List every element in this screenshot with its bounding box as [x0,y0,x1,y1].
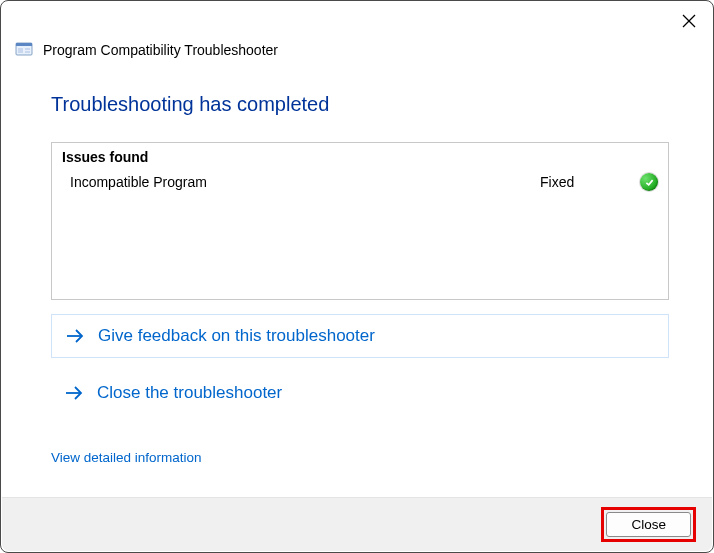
view-detailed-info-link[interactable]: View detailed information [51,450,202,465]
dialog-title: Program Compatibility Troubleshooter [43,42,278,58]
dialog-content: Troubleshooting has completed Issues fou… [1,69,713,465]
issue-row: Incompatible Program Fixed [62,171,658,193]
arrow-right-icon [64,325,86,347]
svg-rect-5 [25,48,30,50]
close-icon[interactable] [679,11,699,31]
close-button[interactable]: Close [606,512,691,537]
close-button-highlight: Close [601,507,696,542]
give-feedback-label: Give feedback on this troubleshooter [98,326,375,346]
close-troubleshooter-option[interactable]: Close the troubleshooter [51,372,669,414]
issue-status: Fixed [540,174,630,190]
completion-heading: Troubleshooting has completed [51,93,677,116]
issues-found-box: Issues found Incompatible Program Fixed [51,142,669,300]
titlebar [1,1,713,41]
troubleshooter-app-icon [15,41,33,59]
arrow-right-icon [63,382,85,404]
svg-rect-3 [16,43,32,46]
svg-rect-4 [18,48,23,53]
svg-rect-6 [25,51,30,53]
issue-status-icon [630,173,658,191]
dialog-header: Program Compatibility Troubleshooter [1,41,713,69]
dialog-footer: Close [2,497,712,551]
give-feedback-option[interactable]: Give feedback on this troubleshooter [51,314,669,358]
check-icon [640,173,658,191]
issue-name: Incompatible Program [70,174,540,190]
close-troubleshooter-label: Close the troubleshooter [97,383,282,403]
issues-header: Issues found [62,149,658,165]
